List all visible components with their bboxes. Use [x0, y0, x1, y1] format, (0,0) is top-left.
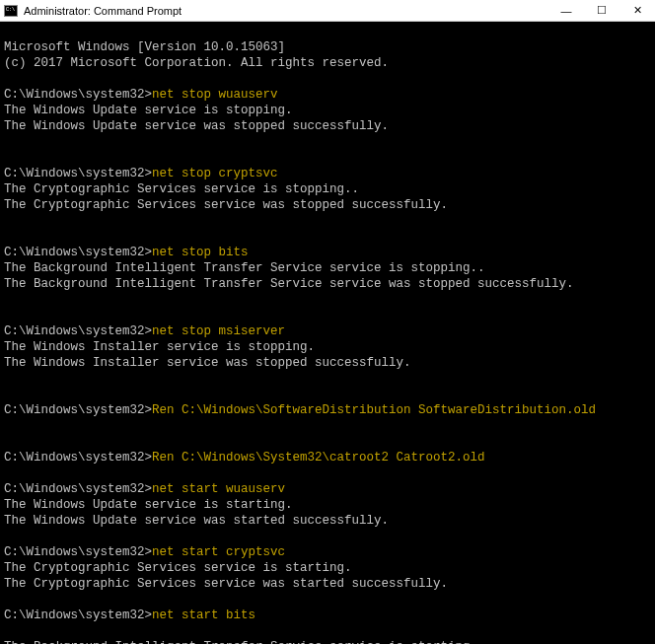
- prompt: C:\Windows\system32>: [4, 545, 152, 559]
- output-line: The Cryptographic Services service was s…: [4, 198, 448, 212]
- command: net stop msiserver: [152, 324, 285, 338]
- prompt: C:\Windows\system32>: [4, 324, 152, 338]
- terminal-output[interactable]: Microsoft Windows [Version 10.0.15063] (…: [0, 22, 655, 644]
- prompt: C:\Windows\system32>: [4, 403, 152, 417]
- close-button[interactable]: ✕: [619, 0, 655, 21]
- prompt: C:\Windows\system32>: [4, 608, 152, 622]
- command: Ren C:\Windows\System32\catroot2 Catroot…: [152, 451, 485, 465]
- output-line: The Windows Update service was stopped s…: [4, 119, 389, 133]
- prompt: C:\Windows\system32>: [4, 167, 152, 180]
- command: net start wuauserv: [152, 482, 285, 496]
- cmd-icon: [4, 5, 18, 17]
- command: net start bits: [152, 608, 255, 622]
- output-line: The Background Intelligent Transfer Serv…: [4, 261, 485, 275]
- command: net start cryptsvc: [152, 545, 285, 559]
- command: Ren C:\Windows\SoftwareDistribution Soft…: [152, 403, 596, 417]
- output-line: The Windows Update service was started s…: [4, 514, 389, 528]
- output-line: The Windows Update service is starting.: [4, 498, 293, 512]
- banner-line: Microsoft Windows [Version 10.0.15063]: [4, 40, 285, 54]
- minimize-button[interactable]: ―: [548, 0, 584, 21]
- output-line: The Cryptographic Services service is st…: [4, 561, 352, 575]
- output-line: The Windows Update service is stopping.: [4, 104, 293, 117]
- titlebar[interactable]: Administrator: Command Prompt ― ☐ ✕: [0, 0, 655, 22]
- maximize-button[interactable]: ☐: [584, 0, 619, 21]
- prompt: C:\Windows\system32>: [4, 88, 152, 102]
- prompt: C:\Windows\system32>: [4, 451, 152, 465]
- banner-line: (c) 2017 Microsoft Corporation. All righ…: [4, 56, 389, 70]
- command: net stop wuauserv: [152, 88, 278, 102]
- output-line: The Background Intelligent Transfer Serv…: [4, 277, 574, 291]
- output-line: The Windows Installer service was stoppe…: [4, 356, 411, 370]
- command: net stop bits: [152, 246, 249, 259]
- prompt: C:\Windows\system32>: [4, 246, 152, 259]
- output-line: The Cryptographic Services service was s…: [4, 577, 448, 591]
- output-line: The Windows Installer service is stoppin…: [4, 340, 315, 354]
- command: net stop cryptsvc: [152, 167, 278, 180]
- window-controls: ― ☐ ✕: [548, 0, 655, 21]
- window-title: Administrator: Command Prompt: [24, 5, 548, 17]
- output-line: The Cryptographic Services service is st…: [4, 182, 359, 196]
- prompt: C:\Windows\system32>: [4, 482, 152, 496]
- output-line: The Background Intelligent Transfer Serv…: [4, 640, 477, 644]
